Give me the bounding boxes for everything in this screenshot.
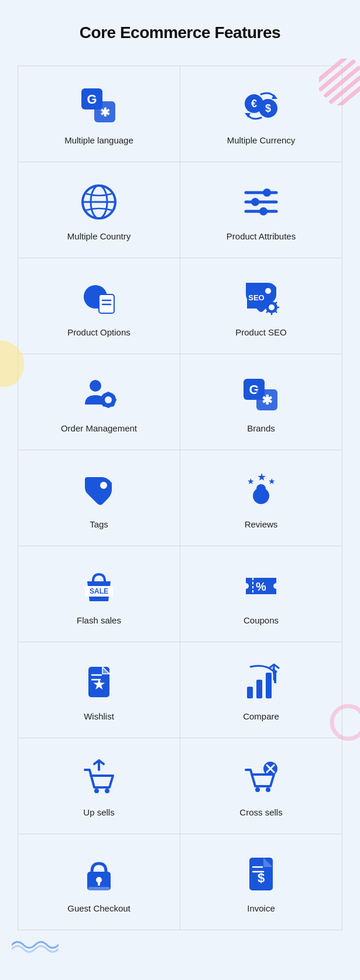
svg-point-62 <box>243 583 249 589</box>
svg-point-51 <box>100 482 107 489</box>
svg-text:✱: ✱ <box>100 106 110 119</box>
feature-label-reviews: Reviews <box>245 519 278 529</box>
svg-point-22 <box>251 198 259 206</box>
svg-text:€: € <box>251 98 257 109</box>
page-wrapper: Core Ecommerce Features G ✱ Multiple lan… <box>0 0 360 965</box>
feature-cell-tags: Tags <box>18 450 180 546</box>
feature-label-invoice: Invoice <box>247 903 275 913</box>
deco-stripes <box>319 59 360 105</box>
deco-blob <box>0 340 29 392</box>
feature-label-product-seo: Product SEO <box>235 327 287 337</box>
crosssells-icon <box>240 757 282 799</box>
svg-point-24 <box>259 207 268 215</box>
svg-rect-40 <box>107 405 109 408</box>
feature-cell-cross-sells: Cross sells <box>180 738 342 834</box>
svg-point-74 <box>105 789 109 793</box>
svg-rect-84 <box>88 887 109 892</box>
order-icon <box>78 373 120 415</box>
svg-point-38 <box>105 396 112 403</box>
feature-label-product-options: Product Options <box>67 327 131 337</box>
coupons-icon: % <box>240 565 282 607</box>
feature-label-multiple-country: Multiple Country <box>67 231 131 241</box>
svg-text:%: % <box>256 580 266 593</box>
feature-cell-wishlist: ★ Wishlist <box>18 642 180 738</box>
svg-text:SALE: SALE <box>90 587 108 595</box>
feature-label-compare: Compare <box>243 711 279 721</box>
feature-cell-multiple-currency: € $ Multiple Currency <box>180 66 342 162</box>
feature-label-wishlist: Wishlist <box>84 711 114 721</box>
language-icon: G ✱ <box>78 85 120 127</box>
svg-rect-41 <box>100 399 104 401</box>
svg-point-32 <box>265 288 271 294</box>
feature-cell-reviews: ★ ★ ★ Reviews <box>180 450 342 546</box>
svg-text:SEO: SEO <box>248 293 264 302</box>
feature-label-multiple-currency: Multiple Currency <box>227 135 296 145</box>
feature-cell-order-management: Order Management <box>18 354 180 450</box>
feature-label-multiple-language: Multiple language <box>64 135 133 145</box>
svg-point-73 <box>94 789 99 793</box>
svg-text:$: $ <box>265 102 271 114</box>
feature-cell-coupons: % Coupons <box>180 546 342 642</box>
feature-label-up-sells: Up sells <box>83 807 114 817</box>
currency-icon: € $ <box>240 85 282 127</box>
feature-cell-multiple-country: Multiple Country <box>18 162 180 258</box>
feature-cell-multiple-language: G ✱ Multiple language <box>18 66 180 162</box>
svg-rect-0 <box>319 59 351 86</box>
flashsales-icon: SALE <box>78 565 120 607</box>
svg-point-76 <box>255 787 260 792</box>
svg-rect-42 <box>113 399 116 401</box>
reviews-icon: ★ ★ ★ <box>240 469 282 511</box>
feature-label-coupons: Coupons <box>244 615 279 625</box>
feature-label-cross-sells: Cross sells <box>239 807 282 817</box>
svg-text:★: ★ <box>257 471 266 483</box>
feature-cell-invoice: $ Invoice <box>180 834 342 930</box>
deco-circle <box>328 702 360 743</box>
svg-point-63 <box>273 583 279 589</box>
feature-cell-guest-checkout: Guest Checkout <box>18 834 180 930</box>
feature-cell-compare: Compare <box>180 642 342 738</box>
svg-point-53 <box>256 484 266 494</box>
svg-rect-39 <box>107 392 109 395</box>
svg-text:✱: ✱ <box>262 393 273 407</box>
feature-cell-product-attributes: Product Attributes <box>180 162 342 258</box>
feature-label-brands: Brands <box>247 423 275 433</box>
feature-label-guest-checkout: Guest Checkout <box>67 903 131 913</box>
feature-cell-brands: G ✱ Brands <box>180 354 342 450</box>
feature-label-product-attributes: Product Attributes <box>227 231 296 241</box>
svg-rect-69 <box>256 680 262 698</box>
invoice-icon: $ <box>240 853 282 895</box>
page-title: Core Ecommerce Features <box>18 23 342 42</box>
seo-icon: SEO <box>240 277 282 319</box>
feature-label-order-management: Order Management <box>61 423 137 433</box>
feature-label-flash-sales: Flash sales <box>77 615 121 625</box>
guestcheckout-icon <box>78 853 120 895</box>
compare-icon <box>240 661 282 703</box>
svg-text:★: ★ <box>247 477 255 486</box>
attributes-icon <box>240 181 282 223</box>
svg-text:$: $ <box>258 871 265 885</box>
features-grid: G ✱ Multiple language € $ <box>18 66 342 930</box>
feature-cell-flash-sales: SALE Flash sales <box>18 546 180 642</box>
svg-text:★: ★ <box>268 477 276 486</box>
options-icon <box>78 277 120 319</box>
feature-cell-up-sells: Up sells <box>18 738 180 834</box>
svg-point-36 <box>90 380 101 392</box>
svg-rect-70 <box>266 673 272 698</box>
svg-point-20 <box>263 189 271 197</box>
country-icon <box>78 181 120 223</box>
feature-cell-product-seo: SEO Product SEO <box>180 258 342 354</box>
wishlist-icon: ★ <box>78 661 120 703</box>
svg-rect-68 <box>247 687 253 698</box>
tags-icon <box>78 469 120 511</box>
feature-cell-product-options: Product Options <box>18 258 180 354</box>
svg-point-35 <box>269 304 275 310</box>
deco-waves <box>12 936 59 954</box>
svg-rect-83 <box>98 881 100 886</box>
svg-point-77 <box>266 787 270 792</box>
feature-label-tags: Tags <box>90 519 108 529</box>
brands-icon: G ✱ <box>240 373 282 415</box>
svg-point-5 <box>332 706 360 739</box>
upsells-icon <box>78 757 120 799</box>
